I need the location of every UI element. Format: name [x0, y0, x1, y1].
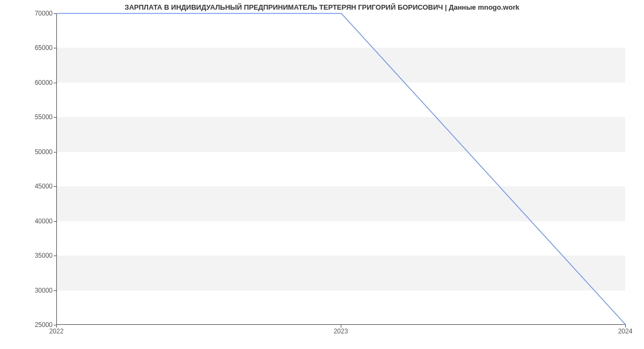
- y-tick-label: 45000: [20, 183, 53, 190]
- y-tick-mark: [54, 256, 56, 256]
- x-tick-mark: [56, 325, 57, 328]
- y-tick-mark: [54, 48, 56, 48]
- x-tick-mark: [341, 325, 341, 328]
- y-tick-mark: [54, 117, 56, 118]
- x-tick-mark: [625, 325, 626, 328]
- plot-area: [56, 13, 625, 325]
- x-tick-label: 2022: [49, 328, 64, 335]
- y-tick-label: 60000: [20, 79, 53, 86]
- y-tick-label: 35000: [20, 252, 53, 259]
- salary-line-chart: ЗАРПЛАТА В ИНДИВИДУАЛЬНЫЙ ПРЕДПРИНИМАТЕЛ…: [0, 0, 644, 349]
- y-tick-mark: [54, 152, 56, 152]
- y-tick-mark: [54, 186, 56, 187]
- data-line: [57, 13, 626, 325]
- y-tick-mark: [54, 13, 56, 14]
- chart-title: ЗАРПЛАТА В ИНДИВИДУАЛЬНЫЙ ПРЕДПРИНИМАТЕЛ…: [0, 3, 644, 11]
- y-tick-label: 70000: [20, 10, 53, 17]
- y-tick-mark: [54, 83, 56, 83]
- line-layer: [57, 13, 625, 324]
- x-tick-label: 2024: [618, 328, 633, 335]
- y-tick-label: 25000: [20, 321, 53, 329]
- y-tick-label: 55000: [20, 113, 53, 121]
- y-tick-label: 65000: [20, 44, 53, 52]
- x-tick-label: 2023: [334, 328, 348, 335]
- y-tick-label: 40000: [20, 217, 53, 225]
- y-tick-mark: [54, 221, 56, 222]
- y-tick-label: 30000: [20, 287, 53, 294]
- y-tick-mark: [54, 290, 56, 291]
- y-tick-label: 50000: [20, 148, 53, 156]
